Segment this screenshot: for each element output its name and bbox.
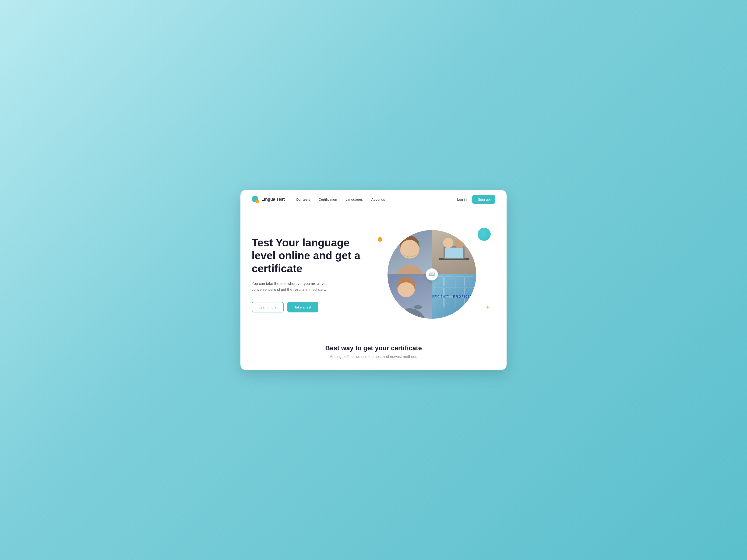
main-card: Lingua Test Our tests Certification Lang…	[240, 190, 507, 370]
svg-rect-27	[434, 298, 443, 307]
collage-q4: PROFICIENCY	[432, 274, 476, 319]
deco-teal-circle	[478, 228, 491, 241]
learn-more-button[interactable]: Learn more	[252, 302, 284, 313]
deco-orange-dot	[378, 237, 382, 242]
svg-point-12	[455, 239, 465, 248]
take-test-button[interactable]: Take a test	[287, 302, 318, 313]
hero-buttons: Learn more Take a test	[252, 302, 368, 313]
book-icon-overlay: 📖	[426, 268, 438, 281]
deco-spark	[415, 242, 424, 252]
hero-subtitle: You can take the test wherever you are a…	[252, 281, 336, 293]
logo-text: Lingua Test	[261, 197, 285, 202]
best-way-title: Best way to get your certificate	[252, 344, 495, 352]
svg-rect-20	[445, 277, 454, 286]
svg-point-13	[392, 308, 427, 319]
nav-link-our-tests[interactable]: Our tests	[296, 197, 310, 202]
nav-links: Our tests Certification Languages About …	[296, 197, 457, 202]
collage-q2	[432, 230, 476, 274]
collage-q1	[387, 230, 432, 274]
collage-q3	[387, 274, 432, 319]
svg-point-17	[398, 282, 415, 296]
nav-link-certification[interactable]: Certification	[319, 197, 337, 202]
login-button[interactable]: Log in	[457, 197, 467, 202]
best-way-section: Best way to get your certificate At Ling…	[240, 335, 507, 370]
signup-button[interactable]: Sign up	[472, 195, 495, 204]
nav-link-about-us[interactable]: About us	[371, 197, 385, 202]
logo[interactable]: Lingua Test	[252, 196, 285, 203]
logo-orange-circle	[255, 199, 259, 203]
svg-point-11	[443, 238, 453, 248]
deco-star	[483, 302, 493, 314]
nav-actions: Log in Sign up	[457, 195, 495, 204]
hero-content: Test Your language level online and get …	[252, 236, 368, 313]
svg-point-18	[414, 305, 422, 309]
logo-icon	[252, 196, 259, 203]
svg-rect-21	[455, 277, 465, 286]
best-way-subtitle: At Lingua Test, we use the best and newe…	[252, 355, 495, 359]
book-icon: 📖	[429, 271, 435, 277]
hero-section: Test Your language level online and get …	[240, 209, 507, 335]
circle-collage: PROFICIENCY 📖	[387, 230, 476, 319]
navbar: Lingua Test Our tests Certification Lang…	[240, 190, 507, 209]
nav-link-languages[interactable]: Languages	[345, 197, 363, 202]
svg-rect-10	[445, 247, 463, 258]
svg-rect-22	[465, 277, 474, 286]
svg-point-3	[393, 265, 426, 274]
hero-title: Test Your language level online and get …	[252, 236, 368, 275]
hero-image-area: PROFICIENCY 📖	[368, 223, 495, 326]
svg-rect-23	[434, 287, 443, 297]
